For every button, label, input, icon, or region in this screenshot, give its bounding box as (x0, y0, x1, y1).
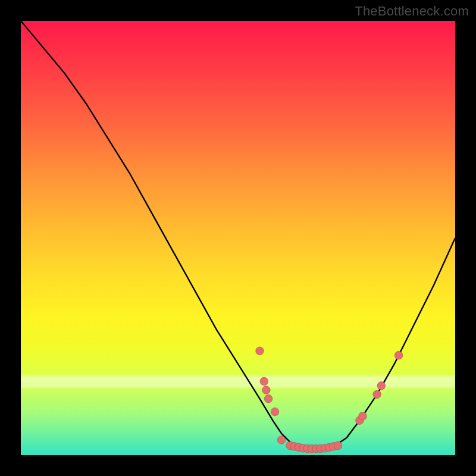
plot-area (21, 21, 455, 455)
watermark-text: TheBottleneck.com (355, 4, 469, 19)
bottleneck-curve (21, 21, 455, 451)
curve-dot (334, 441, 342, 450)
curve-dots (256, 347, 403, 453)
curve-dot (264, 394, 273, 403)
curve-svg (21, 21, 455, 455)
curve-dot (359, 412, 367, 421)
curve-dot (394, 351, 403, 359)
curve-dot (277, 436, 286, 444)
curve-dot (256, 347, 264, 355)
chart-frame: TheBottleneck.com (0, 0, 476, 476)
curve-dot (271, 408, 279, 416)
curve-dot (377, 381, 386, 390)
curve-dot (373, 390, 381, 399)
curve-dot (262, 386, 271, 394)
curve-dot (260, 377, 268, 386)
